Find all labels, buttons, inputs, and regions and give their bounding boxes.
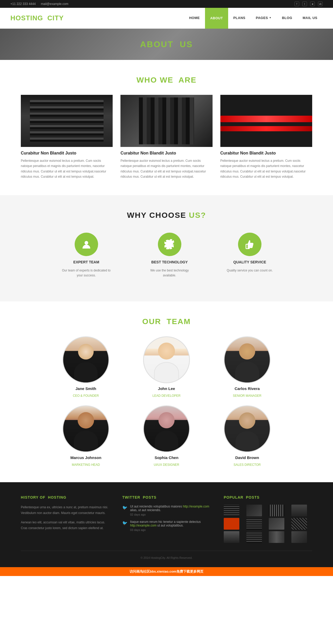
- team-photo-6: [225, 406, 270, 451]
- card-1-image: [21, 95, 113, 147]
- why-label-2: Best Technology: [151, 260, 188, 264]
- card-3-title: Curabitur Non Blandit Justo: [220, 151, 312, 156]
- hero-title-accent: US: [180, 40, 193, 49]
- popular-thumb-2[interactable]: [246, 505, 262, 516]
- gear-icon: [164, 239, 175, 250]
- nav-about[interactable]: ABOUT: [205, 8, 228, 29]
- nav-blog[interactable]: BLOG: [277, 8, 298, 29]
- hero-title: ABOUT US: [140, 40, 193, 49]
- team-avatar-4: [62, 405, 109, 452]
- popular-thumb-6[interactable]: [246, 518, 262, 530]
- popular-thumb-8[interactable]: [291, 518, 307, 530]
- team-avatar-3: [224, 336, 271, 383]
- team-photo-4: [63, 406, 108, 451]
- rss-icon[interactable]: ★: [310, 2, 315, 6]
- team-member-3: Carlos Rivera Senior Manager: [211, 336, 284, 398]
- popular-thumb-12[interactable]: [291, 531, 307, 543]
- team-member-2: John Lee Lead Developer: [130, 336, 203, 398]
- popular-thumb-7[interactable]: [269, 518, 284, 530]
- popular-thumb-5[interactable]: [224, 518, 239, 530]
- why-item-1: Expert Team Our team of experts is dedic…: [60, 233, 112, 278]
- twitter-post-content-1: Ut aut reiciendis voluptatibus maiores h…: [130, 505, 211, 516]
- svg-point-0: [85, 241, 88, 245]
- logo[interactable]: HOSTING city: [10, 14, 64, 22]
- team-photo-5: [144, 406, 189, 451]
- twitter-post-text-2: Itaque earum rerum hic tenetur a sapient…: [130, 520, 211, 527]
- twitter-link-1[interactable]: http://example.com: [183, 505, 209, 508]
- facebook-icon[interactable]: f: [294, 2, 299, 6]
- team-name-4: Marcus Johnson: [70, 455, 101, 460]
- team-member-6: David Brown Sales Director: [211, 405, 284, 467]
- team-avatar-5: [143, 405, 190, 452]
- card-2-title: Curabitur Non Blandit Justo: [120, 151, 212, 156]
- nav-home[interactable]: HOME: [184, 8, 205, 29]
- team-photo-3: [225, 337, 270, 382]
- footer-history: HISTORY OF HOSTING Pellentesque urna ex,…: [21, 495, 109, 543]
- top-bar-left: +11 222 333 4444 mail@example.com: [10, 2, 68, 6]
- twitter-bird-icon-2: 🐦: [122, 521, 127, 531]
- popular-thumb-10[interactable]: [246, 531, 262, 543]
- popular-thumb-9[interactable]: [224, 531, 239, 543]
- team-grid: Jane Smith CEO & Founder John Lee Lead D…: [49, 336, 284, 467]
- main-nav: HOME ABOUT PLANS PAGES ▼ BLOG MAIL US: [184, 8, 323, 29]
- twitter-icon[interactable]: t: [302, 2, 307, 6]
- email-address: mail@example.com: [41, 2, 68, 6]
- why-desc-3: Quality service you can count on.: [227, 268, 273, 273]
- popular-thumb-11[interactable]: [269, 531, 284, 543]
- who-we-are-title: WHO WE ARE: [21, 76, 312, 84]
- card-3-text: Pellentesque auctor euismod lectus a pre…: [220, 158, 312, 179]
- why-icons-row: Expert Team Our team of experts is dedic…: [21, 233, 312, 278]
- team-role-1: CEO & Founder: [73, 394, 99, 398]
- vk-icon[interactable]: vk: [318, 2, 323, 6]
- who-we-are-section: WHO WE ARE Curabitur Non Blandit Justo P…: [0, 60, 333, 195]
- popular-posts-grid: [224, 505, 312, 543]
- card-2-text: Pellentesque auctor euismod lectus a pre…: [120, 158, 212, 179]
- footer-bottom: © 2014 HostingCity. All Rights Reserved.: [21, 551, 312, 559]
- card-1: Curabitur Non Blandit Justo Pellentesque…: [21, 95, 113, 179]
- why-item-2: Best Technology We use the best technolo…: [144, 233, 196, 278]
- why-circle-2[interactable]: [158, 233, 181, 256]
- footer: HISTORY OF HOSTING Pellentesque urna ex,…: [0, 482, 333, 567]
- why-label-1: Expert Team: [73, 260, 99, 264]
- why-title-accent: US?: [189, 211, 206, 219]
- team-role-3: Senior Manager: [233, 394, 261, 398]
- twitter-bird-icon-1: 🐦: [122, 505, 127, 516]
- popular-thumb-4[interactable]: [291, 505, 307, 516]
- card-3-image: [220, 95, 312, 147]
- team-avatar-1: [62, 336, 109, 383]
- team-title-main: OUR: [142, 317, 161, 326]
- top-bar-social: f t ★ vk: [294, 2, 323, 6]
- twitter-post-text-1: Ut aut reiciendis voluptatibus maiores h…: [130, 505, 211, 512]
- team-member-1: Jane Smith CEO & Founder: [49, 336, 122, 398]
- user-icon: [81, 239, 92, 250]
- who-title-accent: ARE: [178, 76, 196, 84]
- team-name-1: Jane Smith: [75, 386, 96, 391]
- why-circle-1[interactable]: [75, 233, 98, 256]
- team-member-5: Sophia Chen UI/UX Designer: [130, 405, 203, 467]
- footer-grid: HISTORY OF HOSTING Pellentesque urna ex,…: [21, 495, 312, 543]
- top-bar: +11 222 333 4444 mail@example.com f t ★ …: [0, 0, 333, 8]
- twitter-post-2: 🐦 Itaque earum rerum hic tenetur a sapie…: [122, 520, 211, 531]
- team-photo-2: [144, 337, 189, 382]
- nav-plans[interactable]: PLANS: [228, 8, 251, 29]
- twitter-link-2[interactable]: http://example.com: [130, 524, 156, 527]
- popular-thumb-3[interactable]: [269, 505, 284, 516]
- why-us-section: WHY CHOOSE US? Expert Team Our team of e…: [0, 195, 333, 301]
- team-title-accent: TEAM: [166, 317, 191, 326]
- header: HOSTING city HOME ABOUT PLANS PAGES ▼ BL…: [0, 8, 333, 29]
- nav-mail[interactable]: MAIL US: [297, 8, 323, 29]
- why-circle-3[interactable]: [238, 233, 261, 256]
- team-role-6: Sales Director: [234, 463, 261, 467]
- watermark: 访问画鸟社区bbs.xieniao.com免费下载更多网页: [0, 567, 333, 576]
- popular-thumb-1[interactable]: [224, 505, 239, 516]
- twitter-time-2: 03 days ago: [130, 528, 211, 531]
- nav-pages[interactable]: PAGES ▼: [251, 8, 277, 29]
- team-role-4: Marketing Head: [72, 463, 100, 467]
- card-2-image: [120, 95, 212, 147]
- logo-accent: city: [47, 14, 64, 22]
- hero-title-main: ABOUT: [140, 40, 174, 49]
- footer-history-para1: Pellentesque urna ex, ultricies a nunc a…: [21, 505, 109, 516]
- twitter-post-content-2: Itaque earum rerum hic tenetur a sapient…: [130, 520, 211, 531]
- why-us-title: WHY CHOOSE US?: [21, 211, 312, 220]
- logo-main: HOSTING: [10, 14, 43, 22]
